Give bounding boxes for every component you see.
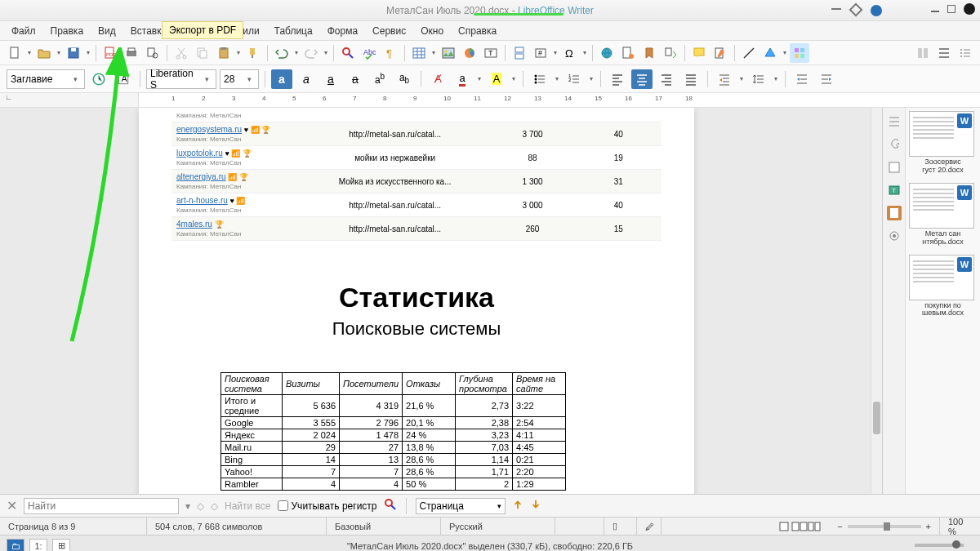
find-close-button[interactable]: ✕ [7,498,17,513]
status-sel[interactable]: ▯ [604,518,637,535]
insert-symbol-button[interactable]: Ω [560,43,580,63]
sidebar-styles-icon[interactable] [887,137,902,152]
update-style-button[interactable] [88,69,109,89]
font-name-combo[interactable]: Liberation S▾ [146,69,216,89]
open-button[interactable] [34,43,54,63]
find-next-button[interactable]: ◇ [211,500,218,512]
indent-increase-button[interactable] [714,69,735,89]
spellcheck-button[interactable]: Abc [359,43,379,63]
menu-table[interactable]: Таблица [268,23,319,39]
basic-shapes-button[interactable] [760,43,780,63]
underline-button[interactable]: a [320,69,341,89]
menu-tools[interactable]: Сервис [366,23,412,39]
vertical-scrollbar[interactable] [871,108,882,494]
find-options-button[interactable] [384,498,397,513]
insert-field-button[interactable]: # [531,43,550,63]
align-center-button[interactable] [631,69,653,89]
document-area[interactable]: Кампания: МеталСан energosystema.ru ♥ 📶 … [0,108,871,494]
highlight-button[interactable]: A [486,69,507,89]
zoom-controls[interactable]: −+ [829,522,939,531]
strikethrough-button[interactable]: a [345,69,366,89]
find-replace-button[interactable] [338,43,358,63]
status-lang[interactable]: Русский [441,518,555,535]
print-button[interactable] [122,43,141,63]
status-words[interactable]: 504 слов, 7 668 символов [147,518,327,535]
font-size-combo[interactable]: 28▾ [220,69,259,89]
export-pdf-button[interactable]: PDF [100,43,120,63]
copy-button[interactable] [193,43,212,63]
formatting-marks-button[interactable]: ¶ [381,43,400,63]
sidebar-gallery-icon[interactable] [887,160,902,175]
menu-help[interactable]: Справка [452,23,503,39]
increase-indent-button[interactable] [791,69,813,89]
insert-table-button[interactable] [409,43,429,63]
volume-slider[interactable] [915,544,964,547]
zoom-percent[interactable]: 100 % [939,518,980,535]
show-draw-button[interactable] [790,43,809,63]
maximize-button[interactable] [947,5,956,13]
font-color-button[interactable]: a [452,69,473,89]
insert-footnote-button[interactable] [618,43,638,63]
taskbar-app1-button[interactable]: 1: [29,539,47,552]
nav-prev-button[interactable] [512,499,523,513]
insert-crossref-button[interactable] [661,43,680,63]
bullet-list-button[interactable] [529,69,550,89]
horizontal-ruler[interactable]: 123456789101112131415161718 [139,93,980,107]
minimize-button[interactable] [931,6,939,12]
insert-textbox-button[interactable]: T [481,43,501,63]
view-grid-button[interactable] [913,43,933,63]
status-sig[interactable]: 🖉 [637,518,662,535]
number-list-button[interactable]: 12 [564,69,585,89]
menu-edit[interactable]: Правка [44,23,91,39]
subscript-button[interactable]: ab [394,69,415,89]
view-list-button[interactable] [934,43,954,63]
recent-doc-thumb[interactable]: Wпокупки пошевым.docx [909,255,977,318]
taskbar-files-button[interactable]: 🗀 [7,539,24,552]
nav-next-button[interactable] [530,499,541,513]
find-input[interactable] [24,498,179,514]
clone-format-button[interactable] [243,43,263,63]
recent-doc-thumb[interactable]: WМетал саннтябрь.docx [909,183,977,247]
navigate-by-combo[interactable]: Страница▾ [416,498,506,514]
new-style-button[interactable]: A [113,69,134,89]
status-style[interactable]: Базовый [327,518,441,535]
print-preview-button[interactable] [143,43,163,63]
undo-button[interactable] [272,43,292,63]
insert-bookmark-button[interactable] [639,43,659,63]
find-prev-button[interactable]: ◇ [197,500,204,512]
menu-form[interactable]: Форма [321,23,364,39]
window-close-button[interactable] [964,3,975,15]
paste-button[interactable] [214,43,234,63]
italic-button[interactable]: a [296,69,317,89]
bold-button[interactable]: a [271,69,292,89]
clear-format-button[interactable]: A̸ [427,69,448,89]
redo-button[interactable] [301,43,321,63]
sidebar-properties-icon[interactable] [887,114,902,129]
align-left-button[interactable] [607,69,628,89]
align-right-button[interactable] [656,69,677,89]
new-doc-button[interactable] [5,43,24,63]
insert-pagebreak-button[interactable] [510,43,529,63]
line-spacing-button[interactable] [748,69,769,89]
cut-button[interactable] [172,43,191,63]
view-outline-button[interactable] [956,43,975,63]
insert-chart-button[interactable] [460,43,479,63]
status-insert[interactable] [555,518,604,535]
decrease-indent-button[interactable] [816,69,837,89]
match-case-checkbox[interactable]: Учитывать регистр [278,500,377,512]
insert-comment-button[interactable] [689,43,709,63]
track-changes-button[interactable] [710,43,730,63]
status-page[interactable]: Страница 8 из 9 [0,518,147,535]
view-layout-buttons[interactable] [770,518,829,535]
taskbar-app2-button[interactable]: ⊞ [52,539,70,552]
insert-image-button[interactable] [439,43,458,63]
sidebar-navigator-icon[interactable]: T [887,183,902,198]
paragraph-style-combo[interactable]: Заглавие▾ [7,69,85,89]
find-all-button[interactable]: Найти все [225,500,271,512]
superscript-button[interactable]: ab [369,69,390,89]
menu-file[interactable]: Файл [5,23,42,39]
save-button[interactable] [64,43,83,63]
menu-window[interactable]: Окно [414,23,450,39]
sidebar-inspect-icon[interactable] [887,229,902,243]
insert-hyperlink-button[interactable] [597,43,617,63]
